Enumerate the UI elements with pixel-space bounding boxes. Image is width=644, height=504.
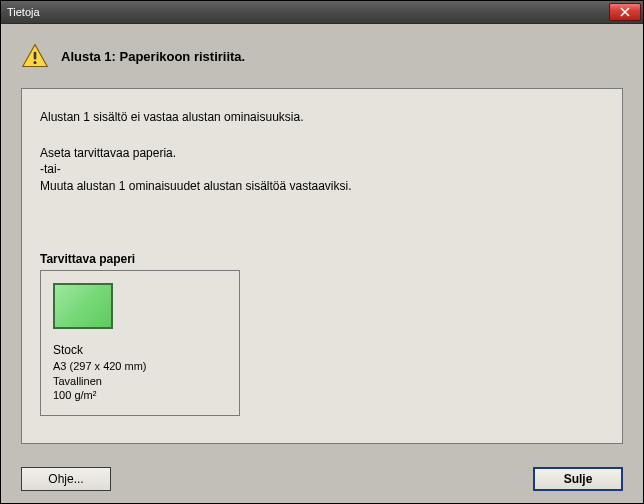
stock-weight: 100 g/m²	[53, 388, 227, 403]
svg-rect-0	[34, 52, 37, 60]
message-line: -tai-	[40, 161, 604, 177]
message-line: Muuta alustan 1 ominaisuudet alustan sis…	[40, 178, 604, 194]
stock-type: Tavallinen	[53, 374, 227, 389]
message-line: Aseta tarvittavaa paperia.	[40, 145, 604, 161]
header-row: Alusta 1: Paperikoon ristiriita.	[21, 42, 623, 70]
window-title: Tietoja	[7, 6, 40, 18]
stock-name: Stock	[53, 343, 227, 357]
stock-dimension: A3 (297 x 420 mm)	[53, 359, 227, 374]
button-row: Ohje... Sulje	[21, 453, 623, 491]
close-button[interactable]: Sulje	[533, 467, 623, 491]
paper-frame: Stock A3 (297 x 420 mm) Tavallinen 100 g…	[40, 270, 240, 417]
header-title: Alusta 1: Paperikoon ristiriita.	[61, 49, 245, 64]
close-icon	[620, 7, 630, 17]
required-paper-section: Tarvittava paperi Stock A3 (297 x 420 mm…	[40, 252, 604, 417]
window-close-button[interactable]	[609, 3, 641, 21]
required-paper-label: Tarvittava paperi	[40, 252, 604, 266]
message-box: Alustan 1 sisältö ei vastaa alustan omin…	[21, 88, 623, 444]
help-button[interactable]: Ohje...	[21, 467, 111, 491]
titlebar: Tietoja	[1, 1, 643, 24]
dialog-window: Tietoja Alusta 1: Paperikoon ristiriita.…	[0, 0, 644, 504]
svg-point-1	[33, 61, 36, 64]
message-line: Alustan 1 sisältö ei vastaa alustan omin…	[40, 109, 604, 125]
dialog-content: Alusta 1: Paperikoon ristiriita. Alustan…	[1, 24, 643, 503]
paper-swatch-icon	[53, 283, 113, 329]
warning-icon	[21, 42, 49, 70]
